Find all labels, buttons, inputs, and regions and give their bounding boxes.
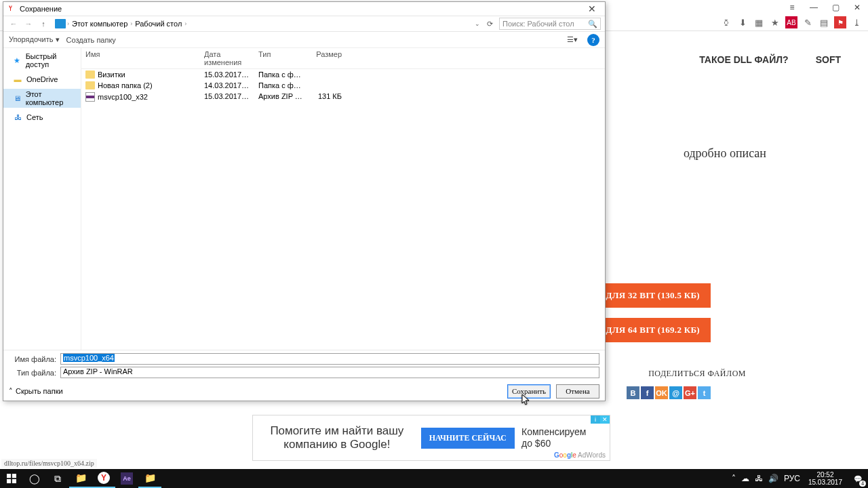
dialog-sidebar: ★ Быстрый доступ ▬ OneDrive 🖥 Этот компь… — [3, 48, 81, 350]
file-list-header[interactable]: Имя Дата изменения Тип Размер — [81, 48, 605, 69]
sidebar-item-quickaccess[interactable]: ★ Быстрый доступ — [3, 51, 81, 70]
crumb-sep-icon: › — [130, 20, 132, 27]
breadcrumb[interactable]: › Этот компьютер › Рабочий стол › — [55, 19, 472, 28]
start-button[interactable] — [0, 469, 23, 488]
ad-info-icon[interactable]: i — [591, 415, 600, 424]
save-button[interactable]: Сохранить — [507, 384, 551, 399]
taskbar-folder2[interactable]: 📁 — [138, 469, 161, 488]
window-min-button[interactable]: — — [803, 0, 825, 15]
save-as-dialog: Сохранение ✕ ← → ↑ › Этот компьютер › Ра… — [3, 1, 606, 401]
sidebar-label: Сеть — [26, 113, 43, 121]
star-icon[interactable]: ★ — [769, 16, 781, 28]
svg-rect-1 — [12, 474, 16, 478]
system-tray[interactable]: ˄ ☁ 🖧 🔊 РУС 20:5215.03.2017 💬 4 — [729, 469, 868, 488]
tray-chevron-icon[interactable]: ˄ — [729, 474, 738, 483]
crumb-desktop[interactable]: Рабочий стол — [134, 20, 183, 28]
sheet-icon[interactable]: ▤ — [818, 16, 830, 28]
nav-dll[interactable]: ТАКОЕ DLL ФАЙЛ? — [699, 54, 788, 65]
nav-back-button[interactable]: ← — [7, 18, 20, 30]
taskbar-explorer[interactable]: 📁 — [69, 469, 92, 488]
abp-icon[interactable]: AB — [785, 16, 797, 28]
sidebar-item-onedrive[interactable]: ▬ OneDrive — [3, 74, 81, 85]
window-close-button[interactable]: ✕ — [846, 0, 868, 15]
filetype-label: Тип файла: — [9, 369, 56, 377]
dialog-footer: ˄ Скрыть папки Сохранить Отмена — [3, 382, 605, 401]
filename-fields: Имя файла: msvcp100_x64 Тип файла: Архив… — [3, 350, 605, 382]
share-mailru-icon[interactable]: @ — [669, 386, 682, 399]
file-name: Визитки — [98, 70, 125, 79]
svg-rect-2 — [7, 479, 11, 483]
pencil-icon[interactable]: ✎ — [802, 16, 814, 28]
ad-text-right: Компенсируемдо $60 — [515, 426, 610, 449]
file-row[interactable]: Новая папка (2)14.03.2017 19:59Папка с ф… — [81, 80, 605, 91]
share-gplus-icon[interactable]: G+ — [684, 386, 696, 399]
file-row[interactable]: Визитки15.03.2017 16:30Папка с файлами — [81, 69, 605, 80]
filetype-select[interactable]: Архив ZIP - WinRAR — [60, 367, 599, 378]
file-type: Архив ZIP - WinR... — [254, 92, 309, 102]
ad-close-icon[interactable]: ✕ — [600, 415, 610, 424]
organize-button[interactable]: Упорядочить ▾ — [9, 35, 60, 44]
view-options-button[interactable]: ☰▾ — [564, 34, 580, 46]
status-url: dlltop.ru/files/msvcp100_x64.zip — [1, 459, 97, 468]
taskbar-yandex[interactable]: Y — [92, 469, 115, 488]
share-twitter-icon[interactable]: t — [698, 386, 711, 399]
flag-icon[interactable]: ⚑ — [834, 16, 846, 28]
tray-onedrive-icon[interactable]: ☁ — [738, 474, 752, 483]
download-icon[interactable]: ⬇ — [736, 16, 749, 28]
share-ok-icon[interactable]: OK — [655, 386, 668, 399]
tray-lang[interactable]: РУС — [781, 474, 803, 483]
crumb-dropdown-icon[interactable]: ⌄ — [472, 20, 483, 27]
col-size[interactable]: Размер — [309, 48, 346, 68]
sidebar-label: OneDrive — [26, 75, 58, 83]
search-box[interactable]: Поиск: Рабочий стол 🔍 — [499, 18, 601, 30]
hide-folders-toggle[interactable]: ˄ Скрыть папки — [9, 387, 63, 396]
taskbar[interactable]: ◯ ⧉ 📁 Y Ae 📁 ˄ ☁ 🖧 🔊 РУС 20:5215.03.2017… — [0, 469, 868, 488]
window-max-button[interactable]: ▢ — [825, 0, 846, 15]
refresh-button[interactable]: ⟳ — [483, 20, 496, 28]
grid-icon[interactable]: ▦ — [753, 16, 765, 28]
nav-fwd-button[interactable]: → — [22, 18, 35, 30]
file-date: 15.03.2017 16:30 — [200, 70, 254, 79]
file-name: Новая папка (2) — [98, 81, 153, 89]
share-vk-icon[interactable]: В — [627, 386, 639, 399]
taskbar-clock[interactable]: 20:5215.03.2017 — [803, 471, 848, 486]
google-ad[interactable]: Помогите им найти вашукомпанию в Google!… — [252, 415, 610, 461]
sidebar-item-network[interactable]: 🖧 Сеть — [3, 112, 81, 123]
cortana-search[interactable]: ◯ — [23, 469, 46, 488]
col-name[interactable]: Имя — [81, 48, 200, 68]
ad-text-left: Помогите им найти вашукомпанию в Google! — [253, 424, 421, 451]
file-name: msvcp100_x32 — [98, 93, 148, 101]
magnet-icon[interactable]: ⧲ — [720, 16, 732, 28]
sidebar-item-thispc[interactable]: 🖥 Этот компьютер — [3, 89, 81, 108]
help-button[interactable]: ? — [587, 34, 599, 46]
notification-center[interactable]: 💬 4 — [848, 469, 868, 488]
new-folder-button[interactable]: Создать папку — [66, 36, 116, 44]
crumb-thispc[interactable]: Этот компьютер — [71, 20, 129, 28]
file-row[interactable]: msvcp100_x3215.03.2017 20:52Архив ZIP - … — [81, 91, 605, 103]
col-date[interactable]: Дата изменения — [200, 48, 254, 68]
nav-up-button[interactable]: ↑ — [37, 18, 50, 30]
notification-badge: 4 — [859, 481, 866, 487]
file-list[interactable]: Имя Дата изменения Тип Размер Визитки15.… — [81, 48, 605, 350]
svg-rect-0 — [7, 474, 11, 478]
dialog-close-button[interactable]: ✕ — [582, 2, 602, 16]
filename-label: Имя файла: — [9, 355, 56, 363]
yandex-y-icon — [6, 4, 16, 14]
cancel-button[interactable]: Отмена — [556, 384, 599, 399]
folder-icon — [85, 81, 95, 89]
share-fb-icon[interactable]: f — [641, 386, 654, 399]
nav-soft[interactable]: SOFT — [816, 54, 841, 65]
browser-menu-button[interactable]: ≡ — [781, 0, 803, 15]
task-view-button[interactable]: ⧉ — [46, 469, 69, 488]
folder-icon — [85, 70, 95, 79]
taskbar-aftereffects[interactable]: Ae — [115, 469, 138, 488]
tray-volume-icon[interactable]: 🔊 — [766, 474, 781, 483]
browser-toolbar: ⧲ ⬇ ▦ ★ AB ✎ ▤ ⚑ ⤓ — [720, 16, 863, 28]
filename-input[interactable]: msvcp100_x64 — [60, 353, 599, 365]
search-placeholder: Поиск: Рабочий стол — [502, 20, 574, 28]
col-type[interactable]: Тип — [254, 48, 309, 68]
ad-cta-button[interactable]: НАЧНИТЕ СЕЙЧАС — [421, 428, 515, 449]
downloads-arrow-icon[interactable]: ⤓ — [850, 16, 863, 28]
tray-network-icon[interactable]: 🖧 — [752, 474, 766, 483]
dialog-address-bar: ← → ↑ › Этот компьютер › Рабочий стол › … — [3, 16, 605, 32]
